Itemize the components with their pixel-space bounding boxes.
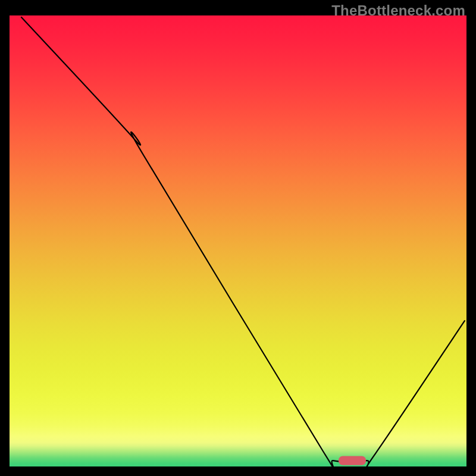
chart-frame (10, 15, 466, 466)
watermark-text: TheBottleneck.com (331, 2, 465, 19)
bottleneck-chart (10, 15, 466, 466)
chart-background (10, 15, 466, 466)
optimal-marker (339, 456, 366, 465)
